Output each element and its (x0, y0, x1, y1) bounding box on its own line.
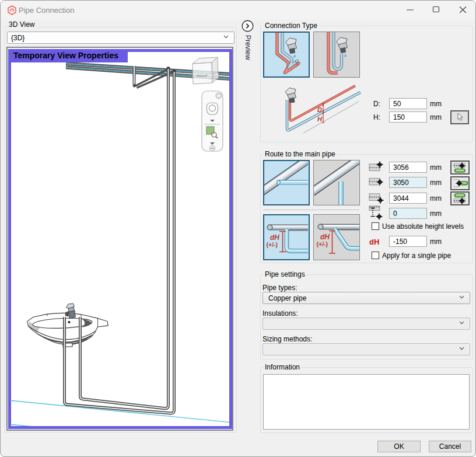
svg-text:(+/-): (+/-) (317, 240, 328, 247)
svg-text:D: D (317, 106, 322, 113)
svg-text:dH: dH (270, 233, 279, 242)
svg-text:D: D (215, 74, 218, 78)
svg-text:(+/-): (+/-) (267, 241, 278, 248)
svg-text:H: H (317, 116, 323, 123)
svg-text:dH: dH (320, 233, 330, 241)
svg-text:RIGHT: RIGHT (197, 74, 208, 78)
